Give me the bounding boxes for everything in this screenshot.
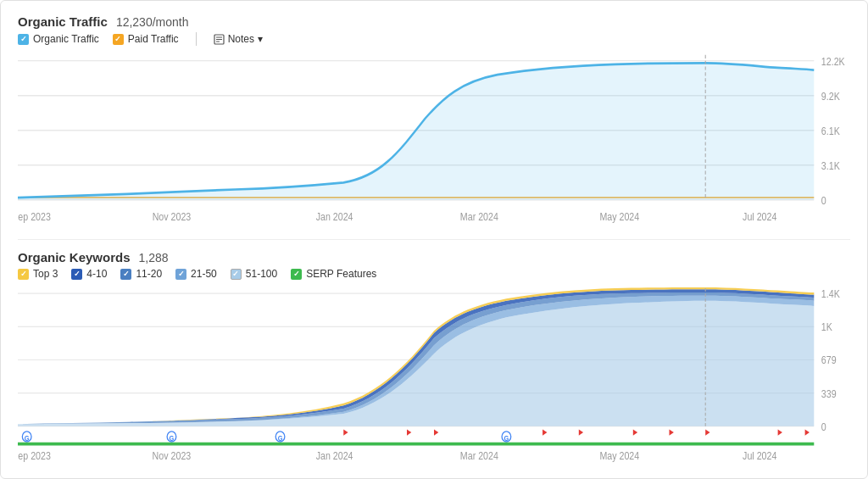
x-label-may24-top: May 2024 (599, 210, 639, 224)
organic-traffic-chart: 12.2K 9.2K 6.1K 3.1K 0 Sep 2023 Nov 2023… (18, 49, 850, 229)
g-marker-3: G (278, 434, 283, 443)
notes-label: Notes (228, 33, 254, 45)
y-label-0-top: 0 (821, 194, 826, 208)
flag-marker-5 (579, 429, 583, 435)
x-label-jul24-top: Jul 2024 (743, 210, 776, 224)
organic-traffic-value: 12,230/month (116, 15, 189, 29)
flag-marker-6 (633, 429, 637, 435)
legend-4-10-label: 4-10 (86, 268, 107, 280)
x-label-jan24-bot: Jan 2024 (316, 450, 353, 461)
y-label-12k: 12.2K (821, 55, 846, 69)
legend-top3[interactable]: Top 3 (18, 268, 58, 280)
x-label-nov23-bot: Nov 2023 (153, 450, 192, 461)
legend-4-10-checkbox[interactable] (71, 269, 82, 280)
organic-keywords-chart: 1.4K 1K 679 339 0 (18, 283, 850, 465)
flag-marker-7 (670, 429, 674, 435)
notes-icon (214, 34, 225, 45)
legend-51-100[interactable]: 51-100 (231, 268, 277, 280)
organic-keywords-header: Organic Keywords 1,288 (18, 250, 850, 265)
legend-11-20-checkbox[interactable] (120, 269, 131, 280)
x-label-mar24-top: Mar 2024 (460, 210, 498, 224)
legend-21-50[interactable]: 21-50 (175, 268, 217, 280)
g-marker-2: G (170, 434, 175, 443)
legend-serp-label: SERP Features (306, 268, 376, 280)
organic-traffic-legend: Organic Traffic Paid Traffic Notes ▾ (18, 32, 850, 46)
flag-marker-9 (778, 429, 782, 435)
legend-paid-checkbox[interactable] (113, 34, 124, 45)
organic-keywords-title: Organic Keywords (18, 250, 131, 265)
main-container: Organic Traffic 12,230/month Organic Tra… (0, 0, 868, 479)
legend-serp-checkbox[interactable] (291, 269, 302, 280)
y-label-6k: 6.1K (821, 125, 841, 138)
notes-chevron: ▾ (258, 33, 263, 45)
y-label-679: 679 (821, 355, 837, 366)
x-label-mar24-bot: Mar 2024 (460, 450, 499, 461)
organic-traffic-header: Organic Traffic 12,230/month (18, 14, 850, 29)
legend-divider (196, 32, 197, 46)
flag-marker-2 (407, 429, 411, 435)
y-label-339: 339 (821, 388, 837, 399)
legend-paid-label: Paid Traffic (128, 33, 179, 45)
x-label-nov23-top: Nov 2023 (153, 210, 192, 224)
legend-serp[interactable]: SERP Features (291, 268, 376, 280)
x-label-jul24-bot: Jul 2024 (743, 450, 777, 461)
flag-marker-3 (434, 429, 438, 435)
legend-paid-traffic[interactable]: Paid Traffic (113, 33, 179, 45)
organic-traffic-svg: 12.2K 9.2K 6.1K 3.1K 0 Sep 2023 Nov 2023… (18, 49, 850, 229)
notes-button[interactable]: Notes ▾ (214, 33, 263, 45)
organic-traffic-title: Organic Traffic (18, 14, 108, 29)
legend-organic-label: Organic Traffic (33, 33, 99, 45)
legend-top3-label: Top 3 (33, 268, 58, 280)
section-divider (18, 239, 850, 240)
g-marker-4: G (504, 434, 509, 443)
legend-11-20[interactable]: 11-20 (120, 268, 162, 280)
legend-11-20-label: 11-20 (136, 268, 162, 280)
legend-21-50-label: 21-50 (191, 268, 217, 280)
legend-top3-checkbox[interactable] (18, 269, 29, 280)
g-marker-1: G (25, 434, 30, 443)
flag-marker-10 (805, 429, 810, 435)
x-label-may24-bot: May 2024 (599, 450, 639, 461)
organic-keywords-svg: 1.4K 1K 679 339 0 (18, 283, 850, 465)
legend-51-100-label: 51-100 (246, 268, 277, 280)
flag-marker-4 (542, 429, 547, 435)
flag-marker-1 (343, 429, 348, 435)
legend-21-50-checkbox[interactable] (175, 269, 186, 280)
legend-4-10[interactable]: 4-10 (71, 268, 107, 280)
organic-traffic-section: Organic Traffic 12,230/month Organic Tra… (18, 14, 850, 229)
x-label-jan24-top: Jan 2024 (316, 210, 353, 224)
x-label-sep23-bot: Sep 2023 (18, 450, 51, 461)
x-label-sep23-top: Sep 2023 (18, 210, 51, 224)
y-label-1400: 1.4K (821, 288, 840, 299)
organic-keywords-value: 1,288 (139, 251, 169, 265)
legend-organic-traffic[interactable]: Organic Traffic (18, 33, 99, 45)
organic-keywords-section: Organic Keywords 1,288 Top 3 4-10 11-20 … (18, 250, 850, 465)
y-label-0-bottom: 0 (821, 421, 826, 432)
y-label-9k: 9.2K (821, 90, 841, 103)
legend-organic-checkbox[interactable] (18, 34, 29, 45)
legend-51-100-checkbox[interactable] (231, 269, 242, 280)
y-label-1k: 1K (821, 322, 832, 333)
flag-marker-8 (705, 429, 709, 435)
y-label-3k: 3.1K (821, 159, 841, 173)
organic-keywords-legend: Top 3 4-10 11-20 21-50 51-100 SERP Featu… (18, 268, 850, 280)
